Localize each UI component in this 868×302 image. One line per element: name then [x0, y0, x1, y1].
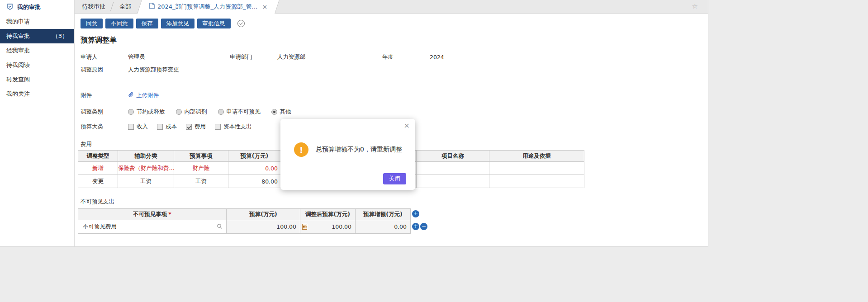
- upload-attachment-link[interactable]: 上传附件: [128, 92, 159, 99]
- col-purpose-basis: 用途及依据: [489, 151, 584, 162]
- col-budget: 预算(万元): [227, 209, 300, 220]
- checkbox-capital-expenditure[interactable]: 资本性支出: [215, 123, 252, 131]
- applicant-value: 管理员: [128, 53, 145, 61]
- radio-label: 内部调剂: [185, 108, 207, 116]
- cell-budget-item: 财产险: [174, 162, 228, 175]
- unforeseen-table-wrap: 不可预见事项* 预算(万元) 调整后预算(万元) 预算增额(万元) 不可预见费用: [78, 208, 410, 234]
- cell-adjust-type: 变更: [78, 175, 118, 188]
- favorite-star-icon[interactable]: ☆: [692, 2, 698, 10]
- sidebar-item-forwarded[interactable]: 转发查阅: [0, 72, 74, 87]
- radio-internal-transfer[interactable]: 内部调剂: [176, 108, 207, 116]
- radio-icon: [128, 109, 134, 115]
- form-row-category: 调整类别 节约或释放 内部调剂 申请不可预见 其他: [81, 106, 708, 118]
- sidebar-item-label: 待我审批: [6, 32, 30, 40]
- calculator-icon[interactable]: [302, 224, 307, 231]
- cell-project-name: [417, 175, 489, 188]
- budget-increase-cell: 0.00: [356, 220, 411, 234]
- category-label: 调整类别: [81, 108, 128, 116]
- approval-toolbar: 同意 不同意 保存 添加意见 审批信息: [81, 19, 708, 28]
- sidebar-title-label: 我的审批: [17, 3, 41, 11]
- sidebar-item-pending-approval[interactable]: 待我审批 （3）: [0, 29, 74, 43]
- dialog-footer: 关闭: [383, 173, 406, 184]
- cell-budget-amount: 80.00: [228, 175, 281, 188]
- save-button[interactable]: 保存: [136, 19, 158, 28]
- checkbox-label: 收入: [137, 123, 148, 131]
- tab-all[interactable]: 全部: [119, 3, 132, 11]
- sidebar-item-my-requests[interactable]: 我的申请: [0, 14, 74, 29]
- row-remove-icon[interactable]: −: [420, 223, 427, 230]
- checkbox-icon: [215, 124, 221, 130]
- col-aux-category: 辅助分类: [118, 151, 174, 162]
- checkbox-label: 费用: [194, 123, 206, 131]
- budget-class-label: 预算大类: [81, 123, 128, 131]
- seal-check-icon[interactable]: [237, 19, 245, 28]
- warning-icon: !: [294, 142, 308, 157]
- checkbox-icon-checked: [186, 124, 192, 130]
- sidebar-item-label: 经我审批: [6, 47, 30, 55]
- add-row-icon[interactable]: +: [412, 210, 419, 217]
- add-comment-button[interactable]: 添加意见: [161, 19, 194, 28]
- sidebar-item-my-follows[interactable]: 我的关注: [0, 87, 74, 101]
- checkbox-label: 资本性支出: [223, 123, 252, 131]
- form-row-attachment: 附件 上传附件: [81, 90, 708, 101]
- upload-link-label: 上传附件: [136, 92, 159, 99]
- col-budget-item: 预算事项: [174, 151, 228, 162]
- paperclip-icon: [128, 92, 134, 99]
- radio-icon-selected: [271, 109, 277, 115]
- radio-icon: [176, 109, 182, 115]
- row-add-icon[interactable]: +: [412, 223, 419, 230]
- tabstrip-section-label: 待我审批: [82, 3, 105, 11]
- header-label: 不可预见事项: [133, 211, 167, 217]
- checkbox-income[interactable]: 收入: [128, 123, 148, 131]
- sidebar-item-approved-by-me[interactable]: 经我审批: [0, 43, 74, 58]
- disagree-button[interactable]: 不同意: [105, 19, 133, 28]
- radio-label: 节约或释放: [137, 108, 165, 116]
- cell-project-name: [417, 162, 489, 175]
- approval-badge-icon: [6, 3, 14, 12]
- tab-strip: 待我审批 全部 2024_部门预算调整_人力资源部_管… × ☆: [75, 0, 708, 14]
- adjusted-budget-cell[interactable]: 100.00: [300, 220, 356, 234]
- unforeseen-header-row: 不可预见事项* 预算(万元) 调整后预算(万元) 预算增额(万元): [78, 209, 411, 220]
- dialog-message: 总预算增额不为0，请重新调整: [316, 146, 402, 154]
- radio-unforeseen-request[interactable]: 申请不可预见: [218, 108, 261, 116]
- cell-aux-category: 工资: [118, 175, 174, 188]
- year-value: 2024: [430, 54, 444, 61]
- tab-separator: [110, 2, 114, 11]
- col-budget-increase: 预算增额(万元): [356, 209, 411, 220]
- close-tab-icon[interactable]: ×: [262, 4, 268, 10]
- checkbox-expense[interactable]: 费用: [186, 123, 206, 131]
- checkbox-label: 成本: [166, 123, 177, 131]
- attachment-label: 附件: [81, 92, 128, 99]
- col-adjusted-budget: 调整后预算(万元): [300, 209, 356, 220]
- checkbox-icon: [157, 124, 163, 130]
- col-adjust-type: 调整类型: [78, 151, 118, 162]
- warning-dialog: × ! 总预算增额不为0，请重新调整 关闭: [280, 119, 415, 190]
- tab-label: 2024_部门预算调整_人力资源部_管…: [157, 3, 258, 11]
- unforeseen-item-value: 不可预见费用: [83, 223, 117, 231]
- document-icon: [149, 3, 155, 10]
- pending-count-badge: （3）: [52, 32, 68, 40]
- col-budget-amount: 预算(万元): [228, 151, 281, 162]
- dialog-body: ! 总预算增额不为0，请重新调整: [280, 119, 415, 157]
- unforeseen-item-cell[interactable]: 不可预见费用: [78, 220, 227, 234]
- form-row-reason: 调整原因 人力资源部预算变更: [81, 63, 708, 76]
- dialog-close-button[interactable]: 关闭: [383, 173, 406, 184]
- radio-icon: [218, 109, 224, 115]
- agree-button[interactable]: 同意: [81, 19, 103, 28]
- search-icon[interactable]: [217, 223, 223, 231]
- radio-other[interactable]: 其他: [271, 108, 291, 116]
- cell-adjust-type: 新增: [78, 162, 118, 175]
- radio-save-or-release[interactable]: 节约或释放: [128, 108, 165, 116]
- department-label: 申请部门: [230, 53, 277, 61]
- tab-budget-adjustment-doc[interactable]: 2024_部门预算调整_人力资源部_管… ×: [139, 0, 277, 14]
- budget-value-cell: 100.00: [227, 220, 300, 234]
- col-unforeseen-item: 不可预见事项*: [78, 209, 227, 220]
- sidebar-menu-my-approvals[interactable]: 我的审批: [0, 0, 74, 14]
- sidebar-item-to-read[interactable]: 待我阅读: [0, 58, 74, 72]
- cell-aux-category: 保险费（财产险和责…: [118, 162, 174, 175]
- cell-purpose-basis: [489, 162, 584, 175]
- checkbox-cost[interactable]: 成本: [157, 123, 177, 131]
- dialog-close-icon[interactable]: ×: [404, 122, 410, 129]
- page-title: 预算调整单: [81, 36, 708, 45]
- approval-info-button[interactable]: 审批信息: [197, 19, 231, 28]
